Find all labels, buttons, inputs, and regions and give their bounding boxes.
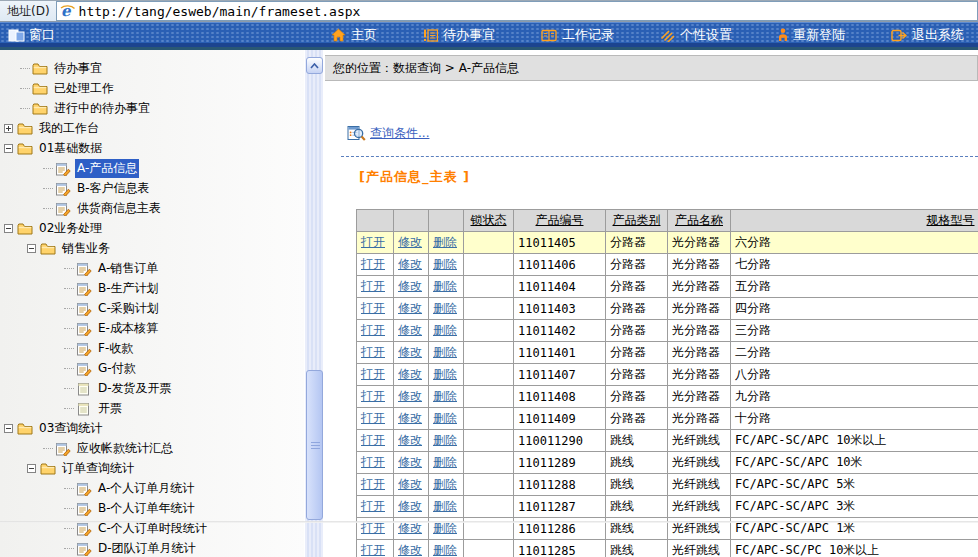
tree-item-label[interactable]: D-团队订单月统计 (96, 539, 198, 557)
column-header-label[interactable]: 产品名称 (675, 213, 723, 227)
query-link-label[interactable]: 查询条件... (370, 125, 429, 142)
delete-link[interactable]: 删除 (433, 499, 457, 513)
tree-item-B-个人订单年统计[interactable]: B-个人订单年统计 (0, 498, 304, 518)
expand-plus-icon[interactable] (4, 124, 13, 133)
column-header-label[interactable]: 规格型号 (927, 213, 975, 227)
tree-item-02业务处理[interactable]: 02业务处理 (0, 218, 304, 238)
delete-link[interactable]: 删除 (433, 279, 457, 293)
edit-link[interactable]: 修改 (398, 389, 422, 403)
delete-link[interactable]: 删除 (433, 411, 457, 425)
tree-item-label[interactable]: A-产品信息 (75, 159, 139, 178)
tree-item-A-个人订单月统计[interactable]: A-个人订单月统计 (0, 478, 304, 498)
open-link[interactable]: 打开 (361, 235, 385, 249)
tree-item-03查询统计[interactable]: 03查询统计 (0, 418, 304, 438)
tree-item-label[interactable]: B-客户信息表 (75, 179, 152, 198)
tree-item-label[interactable]: E-成本核算 (96, 319, 160, 338)
column-header-2[interactable]: 产品编号 (514, 210, 606, 232)
navbar-item-1[interactable]: 主页 (331, 26, 377, 44)
tree-item-B-生产计划[interactable]: B-生产计划 (0, 278, 304, 298)
edit-link[interactable]: 修改 (398, 521, 422, 535)
tree-item-label[interactable]: 03查询统计 (37, 419, 104, 438)
column-header-label[interactable]: 产品编号 (536, 213, 584, 227)
tree-item-label[interactable]: 待办事宜 (52, 59, 104, 78)
tree-item-label[interactable]: 进行中的待办事宜 (52, 99, 152, 118)
delete-link[interactable]: 删除 (433, 521, 457, 535)
delete-link[interactable]: 删除 (433, 323, 457, 337)
tree-item-label[interactable]: 我的工作台 (37, 119, 101, 138)
edit-link[interactable]: 修改 (398, 301, 422, 315)
open-link[interactable]: 打开 (361, 323, 385, 337)
tree-item-A-销售订单[interactable]: A-销售订单 (0, 258, 304, 278)
tree-item-应收帐款统计汇总[interactable]: 应收帐款统计汇总 (0, 438, 304, 458)
edit-link[interactable]: 修改 (398, 323, 422, 337)
open-link[interactable]: 打开 (361, 389, 385, 403)
edit-link[interactable]: 修改 (398, 543, 422, 557)
tree-item-待办事宜[interactable]: 待办事宜 (0, 58, 304, 78)
tree-item-label[interactable]: A-个人订单月统计 (96, 479, 196, 498)
edit-link[interactable]: 修改 (398, 279, 422, 293)
query-search-icon[interactable] (347, 124, 366, 143)
open-link[interactable]: 打开 (361, 411, 385, 425)
open-link[interactable]: 打开 (361, 367, 385, 381)
tree-item-D-发货及开票[interactable]: D-发货及开票 (0, 378, 304, 398)
tree-item-label[interactable]: 订单查询统计 (60, 459, 136, 478)
open-link[interactable]: 打开 (361, 279, 385, 293)
address-url[interactable]: http://tang/esweb/main/frameset.aspx (79, 4, 361, 19)
open-link[interactable]: 打开 (361, 499, 385, 513)
edit-link[interactable]: 修改 (398, 455, 422, 469)
scrollbar-up-button[interactable] (306, 57, 323, 74)
column-header-1[interactable]: 锁状态 (464, 210, 514, 232)
window-menu[interactable]: 窗口 (0, 26, 55, 44)
tree-item-label[interactable]: C-个人订单时段统计 (96, 519, 209, 538)
edit-link[interactable]: 修改 (398, 235, 422, 249)
tree-item-label[interactable]: G-付款 (96, 359, 138, 378)
tree-item-C-个人订单时段统计[interactable]: C-个人订单时段统计 (0, 518, 304, 538)
tree-item-01基础数据[interactable]: 01基础数据 (0, 138, 304, 158)
navbar-item-3[interactable]: 工作记录 (541, 26, 614, 44)
open-link[interactable]: 打开 (361, 433, 385, 447)
tree-item-G-付款[interactable]: G-付款 (0, 358, 304, 378)
tree-item-订单查询统计[interactable]: 订单查询统计 (0, 458, 304, 478)
open-link[interactable]: 打开 (361, 477, 385, 491)
tree-item-E-成本核算[interactable]: E-成本核算 (0, 318, 304, 338)
open-link[interactable]: 打开 (361, 257, 385, 271)
navbar-item-6[interactable]: 退出系统 (891, 26, 964, 44)
tree-item-label[interactable]: 01基础数据 (37, 139, 104, 158)
scrollbar-thumb[interactable] (306, 370, 323, 520)
tree-item-label[interactable]: A-销售订单 (96, 259, 160, 278)
tree-item-label[interactable]: 供货商信息主表 (75, 199, 163, 218)
column-header-5[interactable]: 规格型号 (731, 210, 978, 232)
navbar-item-4[interactable]: 个性设置 (660, 26, 732, 44)
tree-item-开票[interactable]: 开票 (0, 398, 304, 418)
tree-item-label[interactable]: C-采购计划 (96, 299, 161, 318)
tree-item-B-客户信息表[interactable]: B-客户信息表 (0, 178, 304, 198)
tree-item-label[interactable]: 销售业务 (60, 239, 112, 258)
open-link[interactable]: 打开 (361, 455, 385, 469)
tree-item-已处理工作[interactable]: 已处理工作 (0, 78, 304, 98)
navbar-item-2[interactable]: 待办事宜 (423, 26, 495, 44)
tree-item-label[interactable]: 开票 (96, 399, 124, 418)
tree-item-label[interactable]: 02业务处理 (37, 219, 104, 238)
tree-item-label[interactable]: F-收款 (96, 339, 135, 358)
tree-item-销售业务[interactable]: 销售业务 (0, 238, 304, 258)
delete-link[interactable]: 删除 (433, 235, 457, 249)
open-link[interactable]: 打开 (361, 543, 385, 557)
tree-item-进行中的待办事宜[interactable]: 进行中的待办事宜 (0, 98, 304, 118)
edit-link[interactable]: 修改 (398, 411, 422, 425)
edit-link[interactable]: 修改 (398, 499, 422, 513)
delete-link[interactable]: 删除 (433, 367, 457, 381)
edit-link[interactable]: 修改 (398, 345, 422, 359)
tree-item-F-收款[interactable]: F-收款 (0, 338, 304, 358)
tree-scrollbar[interactable] (304, 50, 323, 557)
column-header-label[interactable]: 产品类别 (613, 213, 661, 227)
tree-item-D-团队订单月统计[interactable]: D-团队订单月统计 (0, 538, 304, 557)
tree-item-label[interactable]: D-发货及开票 (96, 379, 174, 398)
column-header-4[interactable]: 产品名称 (668, 210, 731, 232)
delete-link[interactable]: 删除 (433, 257, 457, 271)
address-input[interactable]: e http://tang/esweb/main/frameset.aspx (56, 1, 978, 21)
delete-link[interactable]: 删除 (433, 543, 457, 557)
column-header-label[interactable]: 锁状态 (471, 213, 507, 227)
tree-item-我的工作台[interactable]: 我的工作台 (0, 118, 304, 138)
delete-link[interactable]: 删除 (433, 477, 457, 491)
open-link[interactable]: 打开 (361, 521, 385, 535)
